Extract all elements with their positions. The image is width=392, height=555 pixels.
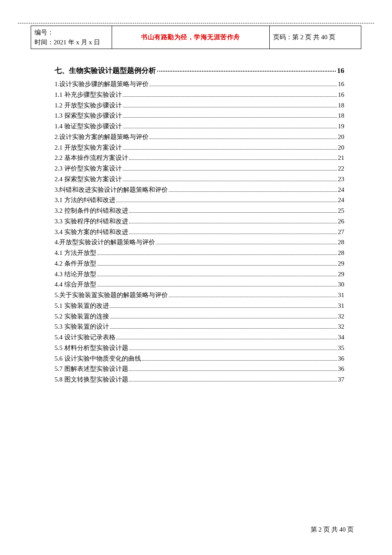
toc-item: 3.2 控制条件的纠错和改进25 <box>55 205 344 216</box>
toc-item-page: 24 <box>338 185 344 195</box>
dot-leader <box>169 297 337 297</box>
toc-item-page: 24 <box>338 195 344 205</box>
toc-item: 5.关于实验装置实验题的解题策略与评价31 <box>55 290 344 301</box>
top-dashed-line <box>18 23 374 23</box>
dot-leader <box>123 128 337 128</box>
dot-leader <box>142 360 337 361</box>
dot-leader <box>123 107 337 107</box>
section-heading-title: 七、生物实验设计题型题例分析 <box>55 66 156 75</box>
dot-leader <box>110 328 337 329</box>
toc-item-page: 25 <box>338 205 344 216</box>
toc-item-title: 1.2 开放型实验步骤设计 <box>55 100 122 111</box>
dot-leader <box>129 159 337 160</box>
header-left-cell: 编号： 时间：2021 年 x 月 x 日 <box>31 26 112 49</box>
toc-list: 1.设计实验步骤的解题策略与评价161.1 补充步骤型实验设计161.2 开放型… <box>55 79 344 385</box>
dot-leader <box>123 96 337 97</box>
toc-item: 4.4 综合开放型30 <box>55 279 344 290</box>
toc-item: 4.2 条件开放型29 <box>55 258 344 269</box>
toc-item-page: 20 <box>338 142 344 153</box>
toc-item: 2.2 基本操作流程方案设计21 <box>55 153 344 163</box>
dot-leader <box>129 223 337 223</box>
dot-leader <box>123 170 337 171</box>
toc-item-title: 5.5 材料分析型实验设计题 <box>55 343 128 353</box>
header-table: 编号： 时间：2021 年 x 月 x 日 书山有路勤为径，学海无涯苦作舟 页码… <box>31 26 361 49</box>
toc-item: 5.5 材料分析型实验设计题35 <box>55 343 344 353</box>
dot-leader <box>97 276 337 276</box>
section-heading: 七、生物实验设计题型题例分析 16 <box>55 66 344 75</box>
toc-item-title: 3.3 实验程序的纠错和改进 <box>55 216 128 227</box>
toc-item-title: 4.2 条件开放型 <box>55 258 96 269</box>
toc-item: 3.4 实验方案的纠错和改进27 <box>55 227 344 237</box>
toc-item-page: 32 <box>338 321 344 332</box>
dot-leader <box>97 254 337 255</box>
toc-item-title: 5.1 实验装置的改进 <box>55 301 109 311</box>
footer-page: 第 2 页 共 40 页 <box>311 526 354 534</box>
toc-item-title: 2.3 评价型实验方案设计 <box>55 163 122 174</box>
toc-item: 5.4 设计实验记录表格34 <box>55 332 344 343</box>
toc-item-page: 29 <box>338 258 344 269</box>
toc-item: 2.4 探索型实验方案设计23 <box>55 174 344 185</box>
dot-leader <box>123 117 337 118</box>
toc-item-page: 34 <box>338 332 344 343</box>
dot-leader <box>169 191 337 192</box>
toc-item: 2.3 评价型实验方案设计22 <box>55 163 344 174</box>
toc-item-title: 2.4 探索型实验方案设计 <box>55 174 122 185</box>
toc-item-page: 27 <box>338 227 344 237</box>
toc-item-title: 4.4 综合开放型 <box>55 279 96 290</box>
toc-item-title: 3.2 控制条件的纠错和改进 <box>55 205 128 216</box>
toc-item-page: 20 <box>338 132 344 142</box>
dot-leader <box>97 265 337 266</box>
toc-item-page: 28 <box>338 248 344 258</box>
toc-item-page: 37 <box>338 374 344 385</box>
toc-item-title: 2.2 基本操作流程方案设计 <box>55 153 128 163</box>
toc-item-title: 3.4 实验方案的纠错和改进 <box>55 227 128 237</box>
toc-item: 3.3 实验程序的纠错和改进26 <box>55 216 344 227</box>
toc-item: 5.3 实验装置的设计32 <box>55 321 344 332</box>
dot-leader <box>150 139 337 139</box>
toc-item-page: 18 <box>338 110 344 121</box>
toc-item: 4.开放型实验设计的解题策略与评价28 <box>55 237 344 248</box>
toc-item-page: 36 <box>338 353 344 364</box>
toc-item-title: 5.3 实验装置的设计 <box>55 321 109 332</box>
dot-leader <box>150 86 337 86</box>
toc-item: 5.7 图解表述型实验设计题36 <box>55 364 344 374</box>
toc-item-title: 2.1 开放型实验方案设计 <box>55 142 122 153</box>
toc-item-title: 5.4 设计实验记录表格 <box>55 332 115 343</box>
dot-leader <box>157 71 336 72</box>
toc-item: 5.1 实验装置的改进31 <box>55 301 344 311</box>
toc-item: 1.2 开放型实验步骤设计18 <box>55 100 344 111</box>
date-label: 时间：2021 年 x 月 x 日 <box>35 38 108 47</box>
toc-item-title: 1.设计实验步骤的解题策略与评价 <box>55 79 149 90</box>
toc-item: 1.4 验证型实验步骤设计19 <box>55 121 344 132</box>
dot-leader <box>129 212 337 213</box>
toc-item-title: 4.开放型实验设计的解题策略与评价 <box>55 237 155 248</box>
dot-leader <box>123 181 337 181</box>
toc-item-page: 26 <box>338 216 344 227</box>
toc-item-title: 1.3 探索型实验步骤设计 <box>55 110 122 121</box>
dot-leader <box>129 370 337 371</box>
dot-leader <box>116 202 337 202</box>
toc-item-page: 18 <box>338 100 344 111</box>
toc-item: 3.1 方法的纠错和改进24 <box>55 195 344 205</box>
dot-leader <box>129 381 337 382</box>
toc-item-page: 16 <box>338 90 344 100</box>
dot-leader <box>129 350 337 350</box>
dot-leader <box>129 234 337 234</box>
toc-item-page: 30 <box>338 279 344 290</box>
toc-item-title: 2.设计实验方案的解题策略与评价 <box>55 132 149 142</box>
toc-item-title: 5.7 图解表述型实验设计题 <box>55 364 128 374</box>
toc-item: 4.1 方法开放型28 <box>55 248 344 258</box>
dot-leader <box>110 318 337 318</box>
toc-item: 5.6 设计实验中物质变化的曲线36 <box>55 353 344 364</box>
toc-item-page: 21 <box>338 153 344 163</box>
toc-content: 七、生物实验设计题型题例分析 16 1.设计实验步骤的解题策略与评价161.1 … <box>55 66 344 385</box>
toc-item-page: 28 <box>338 237 344 248</box>
toc-item: 1.3 探索型实验步骤设计18 <box>55 110 344 121</box>
toc-item-page: 35 <box>338 343 344 353</box>
toc-item-title: 4.1 方法开放型 <box>55 248 96 258</box>
toc-item-page: 36 <box>338 364 344 374</box>
toc-item: 2.设计实验方案的解题策略与评价20 <box>55 132 344 142</box>
toc-item-title: 3.1 方法的纠错和改进 <box>55 195 115 205</box>
dot-leader <box>110 307 337 308</box>
toc-item-title: 4.3 结论开放型 <box>55 269 96 280</box>
